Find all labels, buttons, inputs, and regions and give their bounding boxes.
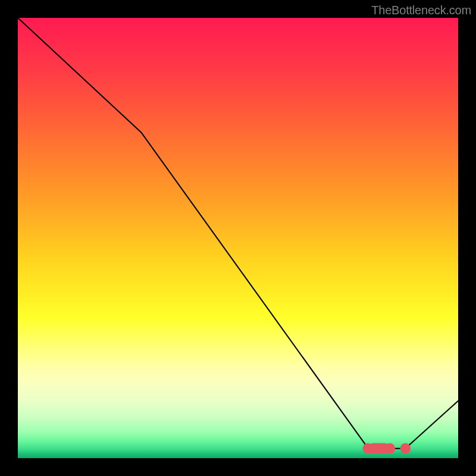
line-plot (18, 18, 458, 458)
plot-area (18, 18, 458, 458)
series-curve (18, 18, 458, 449)
marker-pill-cap (384, 443, 395, 454)
watermark-label: TheBottleneck.com (371, 4, 471, 17)
marker-pill-cap (362, 443, 373, 454)
chart-stage: TheBottleneck.com (0, 0, 476, 476)
marker-dot (400, 443, 411, 454)
series-markers (362, 443, 411, 454)
